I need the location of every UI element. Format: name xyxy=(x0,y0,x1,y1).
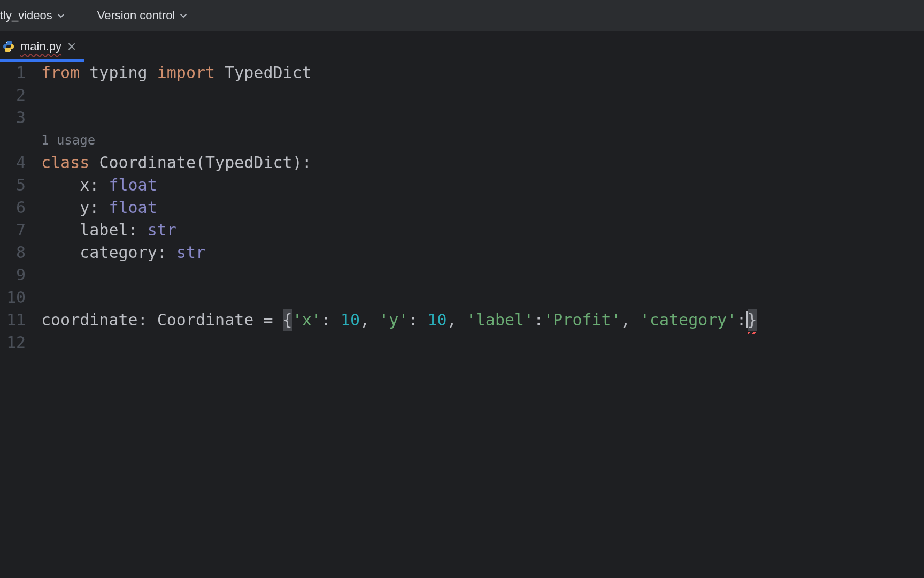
code-line[interactable]: label: str xyxy=(41,219,924,241)
token-string: 'label' xyxy=(466,309,534,331)
code-line[interactable]: y: float xyxy=(41,196,924,219)
line-number: 9 xyxy=(0,264,26,286)
code-line[interactable]: category: str xyxy=(41,241,924,264)
token-string: 'category' xyxy=(640,309,737,331)
code-line[interactable] xyxy=(41,264,924,286)
token-keyword: import xyxy=(157,62,215,84)
svg-point-1 xyxy=(10,50,11,51)
brace-match: { xyxy=(283,309,292,331)
line-number: 12 xyxy=(0,331,26,354)
project-label: tly_videos xyxy=(0,9,52,22)
token-keyword: from xyxy=(41,62,80,84)
line-number: 10 xyxy=(0,286,26,309)
code-line[interactable] xyxy=(41,286,924,309)
tab-filename: main.py xyxy=(20,40,61,54)
line-number: 11 xyxy=(0,309,26,331)
token-type: Coordinate xyxy=(157,309,254,331)
token-identifier: y xyxy=(80,196,89,219)
token-number: 10 xyxy=(428,309,447,331)
top-toolbar: tly_videos Version control xyxy=(0,0,924,32)
inlay-hint: 1 usage xyxy=(41,129,924,151)
editor-tab-bar: main.py xyxy=(0,32,924,62)
vcs-label: Version control xyxy=(97,9,175,22)
token-identifier: category xyxy=(80,241,157,264)
code-line[interactable]: from typing import TypedDict xyxy=(41,62,924,84)
line-number: 6 xyxy=(0,196,26,219)
line-number xyxy=(0,129,26,151)
brace-match: } xyxy=(748,309,757,331)
token-string: 'Profit' xyxy=(543,309,621,331)
token-identifier: coordinate xyxy=(41,309,138,331)
project-selector[interactable]: tly_videos xyxy=(0,9,71,22)
code-line[interactable]: class Coordinate(TypedDict): xyxy=(41,151,924,174)
token-number: 10 xyxy=(341,309,360,331)
token-type: str xyxy=(148,219,176,241)
python-file-icon xyxy=(2,40,15,53)
chevron-down-icon xyxy=(57,11,65,20)
vcs-selector[interactable]: Version control xyxy=(97,9,194,22)
token-type: float xyxy=(109,174,157,196)
code-content[interactable]: from typing import TypedDict 1 usage cla… xyxy=(40,62,924,578)
token-type: str xyxy=(176,241,205,264)
token-identifier: TypedDict xyxy=(205,151,292,174)
close-icon[interactable] xyxy=(67,42,76,51)
token-identifier: label xyxy=(80,219,128,241)
svg-point-0 xyxy=(6,42,7,43)
code-line[interactable]: x: float xyxy=(41,174,924,196)
token-string: 'x' xyxy=(292,309,321,331)
line-number: 7 xyxy=(0,219,26,241)
line-number: 1 xyxy=(0,62,26,84)
token-keyword: class xyxy=(41,151,89,174)
token-classname: Coordinate xyxy=(99,151,196,174)
usage-hint: 1 usage xyxy=(41,129,95,151)
token-identifier: x xyxy=(80,174,89,196)
code-editor[interactable]: 1 2 3 4 5 6 7 8 9 10 11 12 from typing i… xyxy=(0,62,924,578)
code-line[interactable] xyxy=(41,84,924,107)
token-string: 'y' xyxy=(379,309,408,331)
token-identifier: TypedDict xyxy=(225,62,312,84)
line-number: 8 xyxy=(0,241,26,264)
code-line[interactable] xyxy=(41,331,924,354)
line-number: 4 xyxy=(0,151,26,174)
editor-tab-main-py[interactable]: main.py xyxy=(0,32,84,62)
token-identifier: typing xyxy=(89,62,147,84)
token-type: float xyxy=(109,196,157,219)
code-line[interactable]: coordinate: Coordinate = {'x': 10, 'y': … xyxy=(41,309,924,331)
code-line[interactable] xyxy=(41,107,924,129)
line-number: 5 xyxy=(0,174,26,196)
chevron-down-icon xyxy=(179,11,188,20)
line-number-gutter: 1 2 3 4 5 6 7 8 9 10 11 12 xyxy=(0,62,40,578)
line-number: 2 xyxy=(0,84,26,107)
line-number: 3 xyxy=(0,107,26,129)
